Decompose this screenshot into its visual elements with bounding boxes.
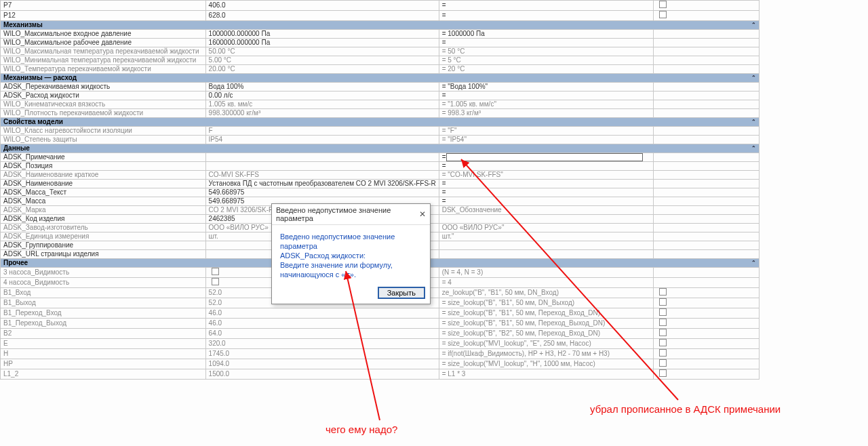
table-row[interactable]: ADSK_Примечание= xyxy=(1,153,760,162)
checkbox-icon[interactable] xyxy=(659,329,667,336)
param-value[interactable]: 998.300000 кг/м³ xyxy=(205,109,439,118)
param-value[interactable]: 50.00 °C xyxy=(205,47,439,56)
param-lock-cell[interactable] xyxy=(654,241,760,250)
table-row[interactable]: WILO_Степень защитыIP54= "IP54" xyxy=(1,136,760,144)
param-value[interactable]: 628.0 xyxy=(205,11,439,21)
param-lock-cell[interactable] xyxy=(654,171,760,180)
category-row[interactable]: Механизмы — расход⌃ xyxy=(1,74,760,83)
param-formula[interactable] xyxy=(439,241,654,250)
param-formula[interactable] xyxy=(439,250,654,259)
table-row[interactable]: H1745.0= if(not(Шкаф_Видимость), HP + H3… xyxy=(1,349,760,359)
param-lock-cell[interactable] xyxy=(654,109,760,118)
param-value[interactable]: 64.0 xyxy=(205,329,439,339)
category-row[interactable]: Данные⌃ xyxy=(1,144,760,153)
checkbox-icon[interactable] xyxy=(659,288,667,296)
param-formula[interactable]: = xyxy=(439,162,654,171)
param-formula[interactable]: = size_lookup("MVI_lookup", "H", 1000 мм… xyxy=(439,359,654,369)
close-icon[interactable]: ✕ xyxy=(419,209,426,219)
table-row[interactable]: B1_Переход_Вход46.0= size_lookup("B", "B… xyxy=(1,308,760,319)
param-formula[interactable] xyxy=(439,215,654,224)
param-lock-cell[interactable] xyxy=(654,188,760,197)
chevron-up-icon[interactable]: ⌃ xyxy=(751,74,756,82)
param-formula[interactable]: = size_lookup("B", "B1", 50 мм, DN_Выход… xyxy=(439,298,654,308)
param-formula[interactable]: = 50 °C xyxy=(439,47,654,56)
param-formula[interactable]: = size_lookup("MVI_lookup", "E", 250 мм,… xyxy=(439,339,654,349)
table-row[interactable]: B1_Переход_Выход46.0= size_lookup("B", "… xyxy=(1,319,760,329)
param-value[interactable]: CO-MVI SK-FFS xyxy=(205,171,439,180)
chevron-up-icon[interactable]: ⌃ xyxy=(751,259,756,267)
table-row[interactable]: E320.0= size_lookup("MVI_lookup", "E", 2… xyxy=(1,339,760,349)
table-row[interactable]: P12628.0= xyxy=(1,11,760,21)
chevron-up-icon[interactable]: ⌃ xyxy=(751,118,756,126)
param-value[interactable]: F xyxy=(205,127,439,136)
param-value[interactable]: 46.0 xyxy=(205,319,439,329)
chevron-up-icon[interactable]: ⌃ xyxy=(751,144,756,153)
param-lock-cell[interactable] xyxy=(654,369,760,380)
checkbox-icon[interactable] xyxy=(659,349,667,357)
param-value[interactable] xyxy=(205,162,439,171)
param-formula[interactable]: = L1 * 3 xyxy=(439,369,654,380)
param-lock-cell[interactable] xyxy=(654,92,760,100)
param-formula[interactable]: = xyxy=(439,188,654,197)
table-row[interactable]: ADSK_Наименование краткоеCO-MVI SK-FFS= … xyxy=(1,171,760,180)
param-lock-cell[interactable] xyxy=(654,100,760,109)
checkbox-icon[interactable] xyxy=(659,308,667,316)
param-lock-cell[interactable] xyxy=(654,56,760,65)
category-row[interactable]: Свойства модели⌃ xyxy=(1,118,760,127)
param-lock-cell[interactable] xyxy=(654,136,760,144)
param-lock-cell[interactable] xyxy=(654,359,760,369)
param-formula[interactable]: = "1.005 кв. мм/с" xyxy=(439,100,654,109)
param-formula[interactable]: = 5 °C xyxy=(439,56,654,65)
param-value[interactable]: 320.0 xyxy=(205,339,439,349)
param-formula[interactable]: = xyxy=(439,1,654,11)
param-value[interactable]: 1745.0 xyxy=(205,349,439,359)
param-formula[interactable]: = xyxy=(439,11,654,21)
param-formula[interactable]: = 4 xyxy=(439,278,654,288)
param-value[interactable]: 1500.0 xyxy=(205,369,439,380)
param-formula[interactable]: = xyxy=(439,92,654,100)
param-lock-cell[interactable] xyxy=(654,65,760,74)
param-value[interactable]: 549.668975 xyxy=(205,188,439,197)
param-formula[interactable]: = if(not(Шкаф_Видимость), HP + H3, H2 - … xyxy=(439,349,654,359)
param-lock-cell[interactable] xyxy=(654,215,760,224)
param-lock-cell[interactable] xyxy=(654,127,760,136)
close-button[interactable]: Закрыть xyxy=(378,287,425,298)
param-value[interactable]: IP54 xyxy=(205,136,439,144)
checkbox-icon[interactable] xyxy=(659,339,667,346)
table-row[interactable]: ADSK_Перекачиваемая жидкостьВода 100%= "… xyxy=(1,83,760,92)
param-lock-cell[interactable] xyxy=(654,180,760,188)
table-row[interactable]: HP1094.0= size_lookup("MVI_lookup", "H",… xyxy=(1,359,760,369)
param-lock-cell[interactable] xyxy=(654,153,760,162)
param-lock-cell[interactable] xyxy=(654,308,760,319)
param-lock-cell[interactable] xyxy=(654,224,760,232)
param-formula[interactable]: = xyxy=(439,197,654,206)
param-formula[interactable]: = "IP54" xyxy=(439,136,654,144)
param-lock-cell[interactable] xyxy=(654,83,760,92)
param-formula[interactable]: ООО «ВИЛО РУС»" xyxy=(439,224,654,232)
param-lock-cell[interactable] xyxy=(654,250,760,259)
param-formula[interactable]: = size_lookup("B", "B2", 50 мм, Переход_… xyxy=(439,329,654,339)
param-formula[interactable]: (N = 4, N = 3) xyxy=(439,268,654,278)
param-formula[interactable]: = "CO-MVI SK-FFS" xyxy=(439,171,654,180)
param-formula[interactable]: = 998.3 кг/м³ xyxy=(439,109,654,118)
table-row[interactable]: WILO_Плотность перекачиваемой жидкости99… xyxy=(1,109,760,118)
param-formula[interactable]: шт." xyxy=(439,232,654,241)
checkbox-icon[interactable] xyxy=(659,1,667,8)
table-row[interactable]: B264.0= size_lookup("B", "B2", 50 мм, Пе… xyxy=(1,329,760,339)
param-lock-cell[interactable] xyxy=(654,162,760,171)
param-formula[interactable]: ze_lookup("B", "B1", 50 мм, DN_Вход) xyxy=(439,288,654,298)
param-lock-cell[interactable] xyxy=(654,319,760,329)
table-row[interactable]: ADSK_Расход жидкости0.00 л/с= xyxy=(1,92,760,100)
checkbox-icon[interactable] xyxy=(212,278,219,285)
category-row[interactable]: Механизмы⌃ xyxy=(1,21,760,30)
table-row[interactable]: ADSK_Позиция= xyxy=(1,162,760,171)
param-lock-cell[interactable] xyxy=(654,1,760,11)
table-row[interactable]: WILO_Минимальная температура перекачивае… xyxy=(1,56,760,65)
param-value[interactable]: 1600000.000000 Па xyxy=(205,39,439,47)
table-row[interactable]: WILO_Класс нагревостойкости изоляцииF= "… xyxy=(1,127,760,136)
param-value[interactable]: 1000000.000000 Па xyxy=(205,30,439,39)
checkbox-icon[interactable] xyxy=(659,319,667,326)
param-value[interactable]: Установка ПД с частотным преобразователе… xyxy=(205,180,439,188)
param-value[interactable]: 406.0 xyxy=(205,1,439,11)
param-lock-cell[interactable] xyxy=(654,11,760,21)
